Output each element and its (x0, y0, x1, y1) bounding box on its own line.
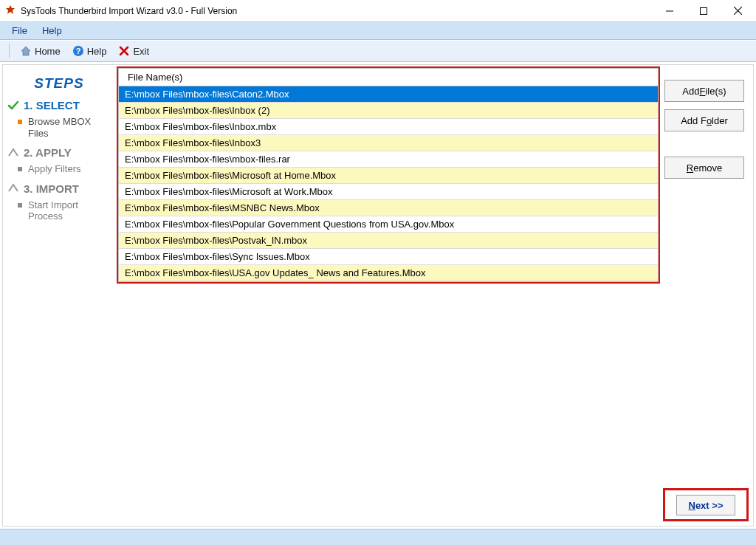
bullet-icon (18, 167, 22, 171)
file-list-rows: E:\mbox Files\mbox-files\Caton2.MboxE:\m… (119, 86, 658, 281)
file-list-spacer (117, 284, 660, 523)
table-row[interactable]: E:\mbox Files\mbox-files\Microsoft at Ho… (119, 168, 658, 184)
add-folder-label-u: o (707, 115, 712, 126)
table-row[interactable]: E:\mbox Files\mbox-files\MSNBC News.Mbox (119, 200, 658, 216)
add-files-label-post: ile(s) (705, 86, 726, 97)
toolbar-divider (9, 44, 10, 58)
table-row[interactable]: E:\mbox Files\mbox-files\mbox-files.rar (119, 151, 658, 168)
add-folder-button[interactable]: Add Folder (664, 109, 744, 131)
add-files-label-pre: Add (682, 86, 699, 97)
table-row[interactable]: E:\mbox Files\mbox-files\Sync Issues.Mbo… (119, 249, 658, 265)
exit-icon (118, 45, 130, 57)
check-icon (7, 100, 19, 112)
arrow-icon (7, 182, 19, 194)
toolbar-home-label: Home (35, 46, 61, 57)
step-3-sub-label: Start Import Process (28, 199, 111, 222)
add-folder-label-pre: Add F (681, 115, 707, 126)
step-1-label: 1. SELECT (24, 99, 80, 112)
add-folder-label-post: lder (712, 115, 728, 126)
step-3-heading: 3. IMPORT (7, 182, 111, 195)
toolbar-home-button[interactable]: Home (16, 44, 65, 58)
step-2-sub-label: Apply Filters (28, 163, 81, 175)
arrow-icon (7, 147, 19, 159)
add-button-group: Add File(s) Add Folder (664, 80, 744, 131)
file-list-highlight: File Name(s) E:\mbox Files\mbox-files\Ca… (117, 66, 660, 284)
step-1-sub: Browse MBOX Files (18, 116, 111, 139)
home-icon (20, 45, 32, 57)
bullet-icon (18, 203, 22, 208)
close-button[interactable] (721, 0, 755, 22)
svg-rect-0 (701, 7, 707, 14)
window-controls (653, 0, 755, 22)
table-row[interactable]: E:\mbox Files\mbox-files\Inbox.mbx (119, 119, 658, 135)
svg-text:?: ? (75, 47, 80, 55)
menubar: File Help (0, 22, 756, 40)
toolbar-exit-label: Exit (133, 46, 149, 57)
step-1-heading: 1. SELECT (7, 99, 111, 112)
remove-label-u: R (687, 162, 693, 174)
table-row[interactable]: E:\mbox Files\mbox-files\USA.gov Updates… (119, 265, 658, 281)
step-3-label: 3. IMPORT (24, 182, 79, 195)
titlebar: SysTools Thunderbird Import Wizard v3.0 … (0, 0, 756, 22)
step-2-heading: 2. APPLY (7, 146, 111, 159)
step-2-sub: Apply Filters (18, 163, 111, 175)
next-button[interactable]: Next >> (676, 495, 735, 515)
step-1-sub-label: Browse MBOX Files (28, 116, 111, 139)
right-button-panel: Add File(s) Add Folder Remove Next >> (663, 65, 753, 526)
next-button-highlight: Next >> (663, 488, 749, 521)
toolbar: Home ? Help Exit (0, 40, 756, 62)
table-row[interactable]: E:\mbox Files\mbox-files\Inbox (2) (119, 103, 658, 119)
help-icon: ? (72, 45, 84, 57)
status-bar (0, 529, 756, 545)
add-files-button[interactable]: Add File(s) (664, 80, 744, 102)
table-row[interactable]: E:\mbox Files\mbox-files\Inbox3 (119, 135, 658, 151)
toolbar-help-button[interactable]: ? Help (68, 44, 111, 58)
next-label-post: ext >> (695, 500, 724, 511)
table-row[interactable]: E:\mbox Files\mbox-files\Caton2.Mbox (119, 86, 658, 103)
remove-button-group: Remove (664, 157, 744, 179)
right-spacer (664, 204, 744, 463)
step-2-label: 2. APPLY (24, 146, 72, 159)
menu-help[interactable]: Help (35, 24, 69, 38)
add-files-label-u: F (700, 86, 706, 97)
table-row[interactable]: E:\mbox Files\mbox-files\Popular Governm… (119, 216, 658, 233)
table-row[interactable]: E:\mbox Files\mbox-files\Microsoft at Wo… (119, 184, 658, 200)
main-content: STEPS 1. SELECT Browse MBOX Files 2. APP… (2, 64, 754, 527)
file-list-header[interactable]: File Name(s) (119, 69, 658, 86)
menu-file[interactable]: File (4, 24, 35, 38)
steps-sidebar: STEPS 1. SELECT Browse MBOX Files 2. APP… (3, 65, 115, 526)
app-logo-icon (4, 5, 16, 17)
remove-button[interactable]: Remove (664, 157, 744, 179)
bullet-icon (18, 120, 22, 124)
step-3-sub: Start Import Process (18, 199, 111, 222)
window-title: SysTools Thunderbird Import Wizard v3.0 … (21, 6, 653, 16)
steps-title: STEPS (7, 75, 111, 92)
maximize-button[interactable] (687, 0, 721, 22)
table-row[interactable]: E:\mbox Files\mbox-files\Postvak_IN.mbox (119, 233, 658, 249)
remove-label-post: emove (693, 162, 722, 174)
toolbar-help-label: Help (87, 46, 107, 57)
file-list-panel: File Name(s) E:\mbox Files\mbox-files\Ca… (115, 65, 663, 526)
file-list[interactable]: File Name(s) E:\mbox Files\mbox-files\Ca… (118, 68, 659, 282)
next-label-u: N (689, 500, 695, 511)
minimize-button[interactable] (653, 0, 687, 22)
toolbar-exit-button[interactable]: Exit (114, 44, 154, 58)
